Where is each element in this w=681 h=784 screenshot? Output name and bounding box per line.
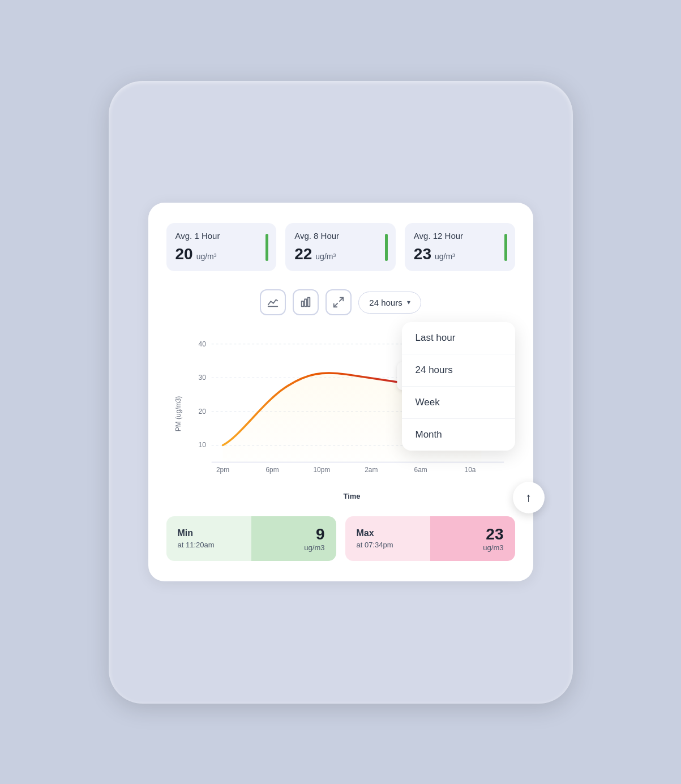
toolbar: 24 hours ▾ Last hour 24 hours Week Month <box>166 289 515 315</box>
dropdown-item-month[interactable]: Month <box>402 419 515 451</box>
svg-text:10: 10 <box>198 441 206 449</box>
stat-card-8h: Avg. 8 Hour 22 ug/m³ <box>285 223 396 271</box>
chevron-down-icon: ▾ <box>407 298 410 306</box>
expand-icon <box>332 296 345 309</box>
stat-unit-8h: ug/m³ <box>315 252 336 261</box>
period-dropdown-button[interactable]: 24 hours ▾ <box>358 292 421 314</box>
stat-value-8h: 22 ug/m³ <box>294 245 387 263</box>
expand-button[interactable] <box>325 289 352 315</box>
max-unit: ug/m3 <box>483 543 503 552</box>
max-value: 23 <box>483 525 503 543</box>
dropdown-item-last-hour[interactable]: Last hour <box>402 322 515 354</box>
bar-chart-icon <box>299 296 312 309</box>
minmax-row: Min at 11:20am 9 ug/m3 Max at 07:34pm 23… <box>166 516 515 561</box>
min-time: at 11:20am <box>178 541 215 549</box>
stat-card-12h: Avg. 12 Hour 23 ug/m³ <box>405 223 515 271</box>
chart-y-label: PM (ug/m3) <box>174 396 182 431</box>
line-chart-icon <box>267 296 279 309</box>
dropdown-item-24h[interactable]: 24 hours <box>402 354 515 387</box>
svg-line-3 <box>340 298 343 301</box>
min-card: Min at 11:20am 9 ug/m3 <box>166 516 336 561</box>
max-label: Max <box>357 528 393 538</box>
period-dropdown-label: 24 hours <box>369 298 402 307</box>
stat-number-8h: 22 <box>294 245 312 263</box>
min-unit: ug/m3 <box>304 543 324 552</box>
svg-text:40: 40 <box>198 340 206 348</box>
stat-label-8h: Avg. 8 Hour <box>294 231 387 241</box>
stat-unit-12h: ug/m³ <box>435 252 455 261</box>
bar-chart-button[interactable] <box>293 289 319 315</box>
svg-line-4 <box>334 303 337 307</box>
min-left: Min at 11:20am <box>178 528 215 549</box>
svg-rect-1 <box>305 299 307 307</box>
period-dropdown-menu: Last hour 24 hours Week Month <box>402 322 515 451</box>
dropdown-item-week[interactable]: Week <box>402 387 515 419</box>
stat-unit-1h: ug/m³ <box>196 252 217 261</box>
max-left: Max at 07:34pm <box>357 528 393 549</box>
svg-text:2pm: 2pm <box>216 466 229 474</box>
scroll-up-icon: ↑ <box>525 490 532 505</box>
scroll-up-button[interactable]: ↑ <box>513 482 545 513</box>
svg-text:6am: 6am <box>414 466 427 474</box>
stat-number-12h: 23 <box>414 245 431 263</box>
min-right: 9 ug/m3 <box>304 525 324 552</box>
svg-text:30: 30 <box>198 374 206 382</box>
stat-label-1h: Avg. 1 Hour <box>175 231 268 241</box>
min-value: 9 <box>304 525 324 543</box>
max-card: Max at 07:34pm 23 ug/m3 <box>345 516 515 561</box>
line-chart-button[interactable] <box>260 289 286 315</box>
max-time: at 07:34pm <box>357 541 393 549</box>
min-label: Min <box>178 528 215 538</box>
svg-text:20: 20 <box>198 408 206 415</box>
stat-value-12h: 23 ug/m³ <box>414 245 506 263</box>
svg-rect-0 <box>302 301 304 306</box>
svg-text:10pm: 10pm <box>313 466 330 474</box>
stats-row: Avg. 1 Hour 20 ug/m³ Avg. 8 Hour 22 ug/m… <box>166 223 515 271</box>
device-shell: Avg. 1 Hour 20 ug/m³ Avg. 8 Hour 22 ug/m… <box>109 81 573 704</box>
svg-rect-2 <box>308 298 310 307</box>
stat-card-1h: Avg. 1 Hour 20 ug/m³ <box>166 223 277 271</box>
main-card: Avg. 1 Hour 20 ug/m³ Avg. 8 Hour 22 ug/m… <box>148 203 533 581</box>
svg-text:6pm: 6pm <box>265 466 279 474</box>
svg-text:2am: 2am <box>365 466 378 474</box>
svg-text:10a: 10a <box>464 466 476 474</box>
stat-label-12h: Avg. 12 Hour <box>414 231 506 241</box>
stat-value-1h: 20 ug/m³ <box>175 245 268 263</box>
max-right: 23 ug/m3 <box>483 525 503 552</box>
stat-number-1h: 20 <box>175 245 193 263</box>
chart-x-label: Time <box>189 492 515 500</box>
